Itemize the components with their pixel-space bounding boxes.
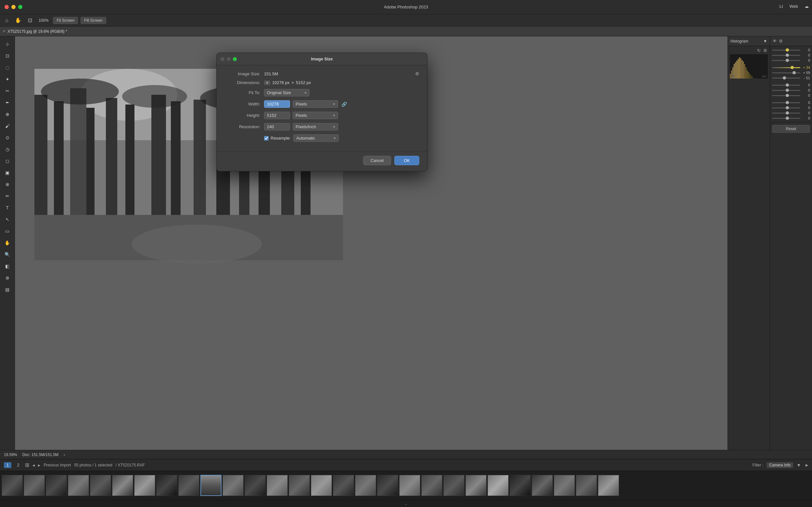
grid-view-icon[interactable]: ⊞ (25, 462, 29, 468)
slider-track-7[interactable] (772, 85, 800, 86)
slider-thumb-11[interactable] (786, 106, 789, 109)
close-button[interactable] (5, 5, 9, 9)
slider-thumb-9[interactable] (786, 94, 789, 97)
filmstrip-thumb-23[interactable] (488, 475, 509, 496)
adj-settings-icon2[interactable]: ⚙ (779, 39, 783, 44)
dialog-width-unit-wrapper[interactable]: Pixels (293, 100, 338, 108)
tool-shape[interactable]: ▭ (2, 226, 13, 236)
tool-foreground-bg[interactable]: ◧ (2, 261, 13, 271)
slider-track-3[interactable] (772, 60, 800, 61)
slider-track-5[interactable] (772, 72, 800, 73)
filmstrip-thumb-21[interactable] (443, 475, 464, 496)
tool-dodge[interactable]: ⊗ (2, 179, 13, 189)
slider-thumb-13[interactable] (786, 117, 789, 120)
tool-hand[interactable]: ✋ (2, 238, 13, 248)
dialog-resample-select-wrapper[interactable]: Automatic (293, 134, 339, 142)
filmstrip-thumb-28[interactable] (598, 475, 619, 496)
dialog-fitto-select[interactable]: Original Size (264, 89, 310, 96)
move-tool-icon[interactable]: ⊡ (26, 16, 34, 24)
dimensions-dropdown-icon[interactable]: ▼ (264, 80, 270, 85)
tool-wand[interactable]: ✦ (2, 74, 13, 84)
next-arrow-icon[interactable]: ▸ (38, 462, 40, 468)
filmstrip-thumb-6[interactable] (112, 475, 133, 496)
dialog-resolution-input[interactable]: 240 (264, 123, 290, 130)
slider-track-12[interactable] (772, 113, 800, 114)
filmstrip-thumb-17[interactable] (355, 475, 376, 496)
fit-screen-button[interactable]: Fit Screen (53, 17, 78, 24)
hand-tool-icon[interactable]: ✋ (13, 16, 23, 24)
dialog-width-unit-select[interactable]: Pixels (293, 100, 338, 108)
tool-select-rect[interactable]: ⊡ (2, 51, 13, 61)
slider-track-6[interactable] (772, 77, 800, 78)
filmstrip-thumb-20[interactable] (421, 475, 442, 496)
slider-thumb-10[interactable] (786, 101, 789, 104)
histogram-dropdown-icon[interactable]: ▼ (763, 39, 767, 44)
dialog-resample-checkbox[interactable] (264, 136, 269, 140)
dialog-fitto-select-wrapper[interactable]: Original Size (264, 89, 310, 96)
slider-thumb-5[interactable] (793, 71, 796, 74)
nav-tab-cloud[interactable]: ☁ (805, 4, 809, 9)
filmstrip-thumb-25[interactable] (532, 475, 553, 496)
filmstrip-thumb-14[interactable] (289, 475, 310, 496)
tab-close-icon[interactable]: ✕ (3, 29, 5, 34)
slider-track-13[interactable] (772, 118, 800, 119)
tool-history-brush[interactable]: ◷ (2, 144, 13, 155)
slider-thumb-2[interactable] (786, 54, 789, 57)
slider-thumb-6[interactable] (783, 76, 786, 79)
dialog-resample-select[interactable]: Automatic (293, 134, 339, 142)
tool-pen[interactable]: ✏ (2, 191, 13, 201)
filmstrip-thumb-16[interactable] (333, 475, 354, 496)
filmstrip-thumb-10-selected[interactable] (200, 475, 221, 496)
dialog-height-unit-wrapper[interactable]: Pixels (293, 112, 338, 119)
tool-artboard[interactable]: ▤ (2, 284, 13, 295)
slider-track-4[interactable] (772, 67, 800, 68)
tool-heal[interactable]: ⊕ (2, 109, 13, 119)
minimize-button[interactable] (11, 5, 15, 9)
tool-brush[interactable]: 🖌 (2, 121, 13, 131)
slider-track-11[interactable] (772, 107, 800, 108)
filmstrip-thumb-1[interactable] (2, 475, 23, 496)
dialog-height-unit-select[interactable]: Pixels (293, 112, 338, 119)
width-height-link-icon[interactable]: 🔗 (341, 101, 347, 107)
bottom-handle[interactable]: ⌄ (0, 500, 812, 507)
tool-eraser[interactable]: ◻ (2, 156, 13, 166)
tool-path-select[interactable]: ↖ (2, 214, 13, 225)
dialog-resolution-unit-select[interactable]: Pixels/Inch (293, 123, 338, 130)
slider-track-1[interactable] (772, 50, 800, 51)
dialog-minimize-button[interactable] (227, 57, 231, 61)
page-1-btn[interactable]: 1 (4, 462, 11, 468)
filmstrip-thumb-13[interactable] (267, 475, 288, 496)
tool-clone[interactable]: ⊙ (2, 132, 13, 143)
histogram-refresh-icon[interactable]: ↻ (757, 48, 761, 53)
filmstrip-thumb-9[interactable] (178, 475, 199, 496)
slider-track-9[interactable] (772, 95, 800, 96)
prev-arrow-icon[interactable]: ◂ (33, 462, 35, 468)
filmstrip-thumb-8[interactable] (156, 475, 177, 496)
filmstrip-thumb-11[interactable] (222, 475, 244, 496)
nav-tab-web[interactable]: Web (790, 4, 798, 9)
filmstrip-thumb-5[interactable] (90, 475, 111, 496)
filmstrip-thumb-22[interactable] (465, 475, 487, 496)
filmstrip-thumb-7[interactable] (134, 475, 155, 496)
slider-thumb-7[interactable] (786, 83, 789, 87)
slider-track-10[interactable] (772, 102, 800, 103)
home-icon[interactable]: ⌂ (3, 17, 10, 24)
tool-mask[interactable]: ⊛ (2, 273, 13, 283)
slider-thumb-1[interactable] (786, 48, 789, 52)
tool-type[interactable]: T (2, 203, 13, 213)
slider-thumb-3[interactable] (786, 59, 789, 62)
tool-gradient[interactable]: ▣ (2, 167, 13, 178)
slider-thumb-4[interactable] (791, 66, 794, 69)
dialog-resolution-unit-wrapper[interactable]: Pixels/Inch (293, 123, 338, 130)
filmstrip-thumb-26[interactable] (554, 475, 575, 496)
dialog-cancel-button[interactable]: Cancel (363, 156, 391, 165)
tool-crop[interactable]: ✂ (2, 86, 13, 96)
tool-lasso[interactable]: ◌ (2, 62, 13, 73)
maximize-button[interactable] (18, 5, 22, 9)
filmstrip-thumb-3[interactable] (46, 475, 67, 496)
dialog-zoom-button[interactable] (233, 57, 237, 61)
filmstrip-thumb-19[interactable] (399, 475, 420, 496)
adj-view-icon[interactable]: 👁 (773, 39, 777, 44)
fill-screen-button[interactable]: Fill Screen (81, 17, 106, 24)
slider-track-2[interactable] (772, 55, 800, 56)
